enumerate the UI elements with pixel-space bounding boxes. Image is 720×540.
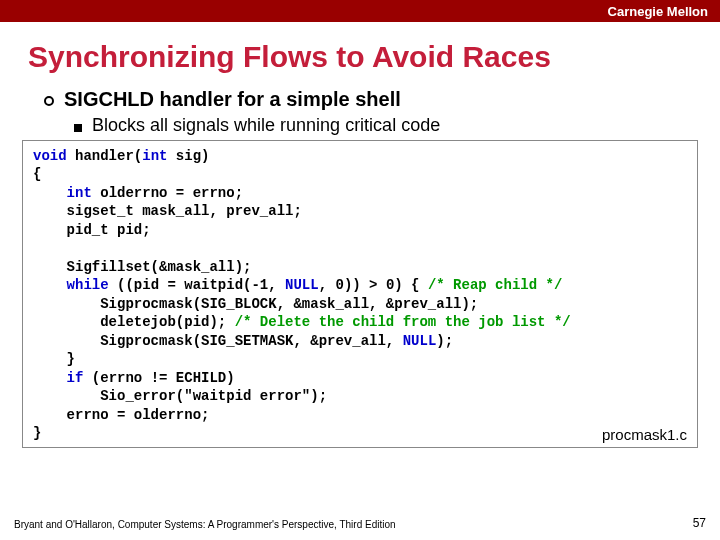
source-filename: procmask1.c xyxy=(602,426,687,443)
slide: Carnegie Mellon Synchronizing Flows to A… xyxy=(0,0,720,540)
page-number: 57 xyxy=(693,516,706,530)
hollow-circle-icon xyxy=(44,96,54,106)
square-bullet-icon xyxy=(74,124,82,132)
brand-label: Carnegie Mellon xyxy=(608,4,708,19)
code-content: void handler(int sig) { int olderrno = e… xyxy=(33,147,687,443)
bullet-text: Blocks all signals while running critica… xyxy=(92,115,440,136)
footer: Bryant and O'Hallaron, Computer Systems:… xyxy=(14,516,706,530)
credit-text: Bryant and O'Hallaron, Computer Systems:… xyxy=(14,519,396,530)
bullet-list: SIGCHLD handler for a simple shell Block… xyxy=(44,88,720,136)
header-bar: Carnegie Mellon xyxy=(0,0,720,22)
slide-title: Synchronizing Flows to Avoid Races xyxy=(28,40,720,74)
bullet-level1: SIGCHLD handler for a simple shell xyxy=(44,88,720,111)
bullet-level2: Blocks all signals while running critica… xyxy=(74,115,720,136)
code-block: void handler(int sig) { int olderrno = e… xyxy=(22,140,698,448)
bullet-text: SIGCHLD handler for a simple shell xyxy=(64,88,401,111)
